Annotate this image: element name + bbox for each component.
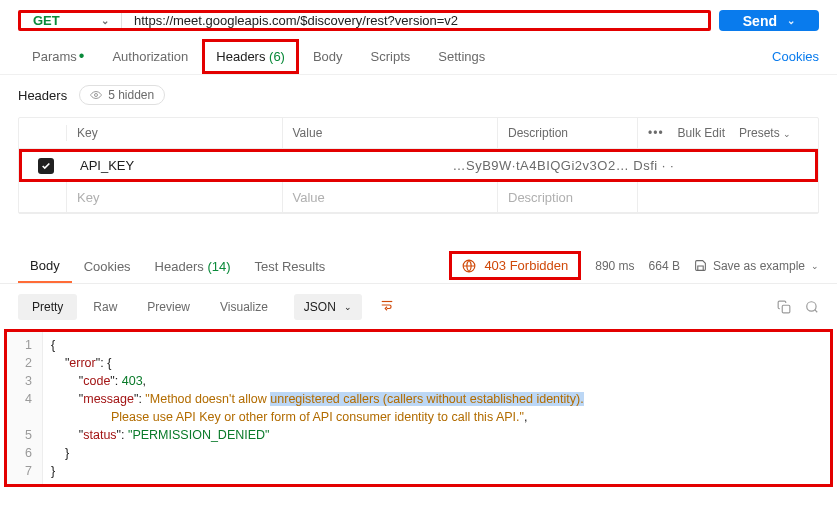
response-size: 664 B xyxy=(649,259,680,273)
view-visualize[interactable]: Visualize xyxy=(206,294,282,320)
request-bar: GET ⌄ xyxy=(18,10,711,31)
header-enabled-checkbox[interactable] xyxy=(38,158,54,174)
eye-icon xyxy=(90,89,102,101)
tab-headers[interactable]: Headers (6) xyxy=(202,39,299,74)
request-tabs: Params• Authorization Headers (6) Body S… xyxy=(0,39,837,75)
headers-subheader: Headers 5 hidden xyxy=(0,75,837,111)
svg-point-4 xyxy=(807,301,816,310)
resp-tab-body[interactable]: Body xyxy=(18,248,72,283)
headers-label: Headers xyxy=(18,88,67,103)
chevron-down-icon: ⌄ xyxy=(787,15,795,26)
header-value-placeholder[interactable]: Value xyxy=(283,182,499,212)
col-key: Key xyxy=(67,118,283,148)
view-pretty[interactable]: Pretty xyxy=(18,294,77,320)
tab-params[interactable]: Params• xyxy=(18,39,98,74)
wrap-icon xyxy=(380,298,394,312)
svg-rect-3 xyxy=(782,305,790,313)
resp-tab-headers[interactable]: Headers (14) xyxy=(143,249,243,282)
save-as-example-button[interactable]: Save as example ⌄ xyxy=(694,259,819,273)
chevron-down-icon: ⌄ xyxy=(101,15,109,26)
method-value: GET xyxy=(33,13,60,28)
line-numbers: 1234567 xyxy=(7,332,43,484)
header-key-placeholder[interactable]: Key xyxy=(67,182,283,212)
hidden-headers-toggle[interactable]: 5 hidden xyxy=(79,85,165,105)
header-row-empty[interactable]: Key Value Description xyxy=(19,182,818,213)
tab-body[interactable]: Body xyxy=(299,39,357,74)
chevron-down-icon: ⌄ xyxy=(783,129,791,139)
chevron-down-icon: ⌄ xyxy=(344,302,352,312)
status-text: 403 Forbidden xyxy=(484,258,568,273)
header-value-cell[interactable]: …SyB9W·tA4BIQGi2v3O2… Dsfi · · xyxy=(443,152,816,179)
globe-icon xyxy=(462,259,476,273)
col-value: Value xyxy=(283,118,499,148)
headers-table-head: Key Value Description ••• Bulk Edit Pres… xyxy=(19,118,818,149)
tab-settings[interactable]: Settings xyxy=(424,39,499,74)
response-body: 1234567 { "error": { "code": 403, "messa… xyxy=(4,329,833,487)
col-description: Description xyxy=(498,118,638,148)
more-icon[interactable]: ••• xyxy=(648,126,664,140)
table-actions: ••• Bulk Edit Presets ⌄ xyxy=(638,118,818,148)
copy-icon[interactable] xyxy=(777,300,791,314)
url-input[interactable] xyxy=(121,13,708,28)
status-badge: 403 Forbidden xyxy=(449,251,581,280)
save-icon xyxy=(694,259,707,272)
tab-authorization[interactable]: Authorization xyxy=(98,39,202,74)
chevron-down-icon: ⌄ xyxy=(811,261,819,271)
svg-point-0 xyxy=(95,94,98,97)
method-select[interactable]: GET ⌄ xyxy=(21,13,121,28)
code-content[interactable]: { "error": { "code": 403, "message": "Me… xyxy=(43,332,830,484)
send-label: Send xyxy=(743,13,777,29)
tab-scripts[interactable]: Scripts xyxy=(357,39,425,74)
format-select[interactable]: JSON ⌄ xyxy=(294,294,362,320)
presets-dropdown[interactable]: Presets ⌄ xyxy=(739,126,791,140)
header-row[interactable]: API_KEY …SyB9W·tA4BIQGi2v3O2… Dsfi · · xyxy=(19,149,818,182)
view-raw[interactable]: Raw xyxy=(79,294,131,320)
header-key-cell[interactable]: API_KEY xyxy=(70,152,443,179)
check-icon xyxy=(41,161,51,171)
resp-tab-cookies[interactable]: Cookies xyxy=(72,249,143,282)
modified-dot-icon: • xyxy=(79,47,85,64)
svg-line-5 xyxy=(815,309,818,312)
wrap-lines-button[interactable] xyxy=(372,292,402,321)
cookies-link[interactable]: Cookies xyxy=(758,39,819,74)
headers-table: Key Value Description ••• Bulk Edit Pres… xyxy=(18,117,819,214)
resp-tab-test-results[interactable]: Test Results xyxy=(243,249,338,282)
search-icon[interactable] xyxy=(805,300,819,314)
response-time: 890 ms xyxy=(595,259,634,273)
header-desc-placeholder[interactable]: Description xyxy=(498,182,638,212)
response-view-row: Pretty Raw Preview Visualize JSON ⌄ xyxy=(0,284,837,329)
send-button[interactable]: Send ⌄ xyxy=(719,10,819,31)
bulk-edit-link[interactable]: Bulk Edit xyxy=(678,126,725,140)
response-tabs: Body Cookies Headers (14) Test Results 4… xyxy=(0,248,837,284)
view-preview[interactable]: Preview xyxy=(133,294,204,320)
